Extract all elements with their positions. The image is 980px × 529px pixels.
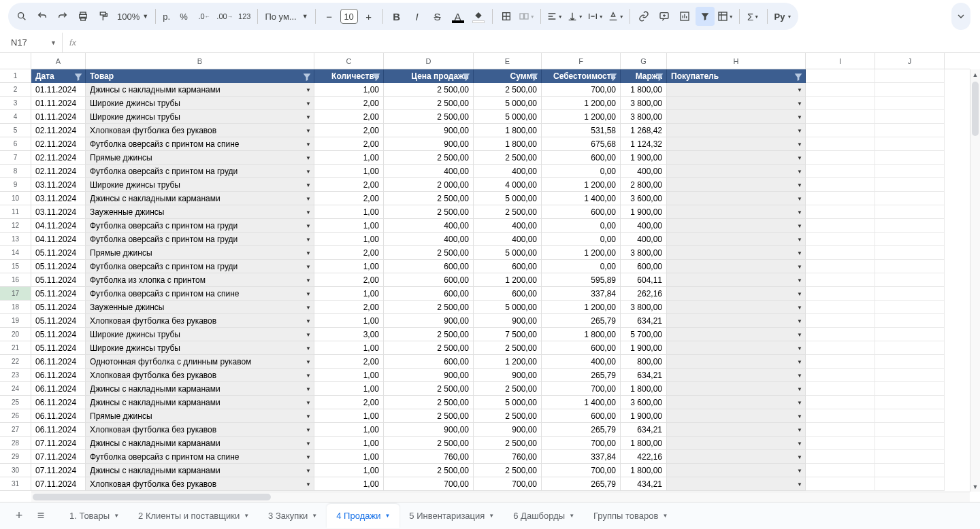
cell[interactable]: 1 800,00 <box>542 328 621 341</box>
font-size-input[interactable] <box>340 9 358 24</box>
row-header-3[interactable]: 3 <box>0 97 31 110</box>
cell[interactable]: 5 000,00 <box>474 97 542 110</box>
percent-button[interactable]: % <box>174 7 193 26</box>
cell[interactable]: 05.11.2024 <box>31 260 86 273</box>
cell[interactable]: 2 500,00 <box>384 409 474 423</box>
cell[interactable]: 600,00 <box>384 287 474 301</box>
cell[interactable]: 700,00 <box>542 83 621 97</box>
cell[interactable]: 700,00 <box>542 464 621 477</box>
cell[interactable]: 07.11.2024 <box>31 477 86 491</box>
cell[interactable]: 265,79 <box>542 477 621 491</box>
cell[interactable]: 1,00 <box>314 450 384 464</box>
cell[interactable]: 3 800,00 <box>621 97 667 110</box>
cell[interactable]: 1,00 <box>314 382 384 396</box>
cell[interactable]: 06.11.2024 <box>31 409 86 423</box>
cell[interactable]: 634,21 <box>621 314 667 328</box>
text-rotation-button[interactable]: ▼ <box>606 7 625 26</box>
header-cell[interactable]: Товар <box>86 69 314 83</box>
cell[interactable]: ▼ <box>667 233 806 246</box>
cell[interactable]: Широкие джинсы трубы▼ <box>86 110 314 124</box>
cell[interactable]: 265,79 <box>542 314 621 328</box>
cell[interactable]: 2,00 <box>314 178 384 192</box>
filter-button[interactable] <box>696 7 715 26</box>
cell[interactable]: 1 800,00 <box>474 124 542 137</box>
cell[interactable]: 400,00 <box>621 233 667 246</box>
cell[interactable]: 262,16 <box>621 287 667 301</box>
row-header-2[interactable]: 2 <box>0 83 31 97</box>
row-header-9[interactable]: 9 <box>0 178 31 192</box>
cell[interactable]: 2 500,00 <box>384 205 474 219</box>
row-header-31[interactable]: 31 <box>0 477 31 491</box>
cell[interactable]: 1,00 <box>314 219 384 233</box>
cell[interactable]: 2 500,00 <box>384 328 474 341</box>
cell[interactable]: 595,89 <box>542 273 621 287</box>
cell[interactable]: 2 800,00 <box>621 178 667 192</box>
cell[interactable]: ▼ <box>667 301 806 314</box>
col-header-C[interactable]: C <box>314 53 384 69</box>
cell[interactable]: 04.11.2024 <box>31 233 86 246</box>
cell[interactable]: 600,00 <box>542 151 621 165</box>
row-header-19[interactable]: 19 <box>0 314 31 328</box>
row-header-6[interactable]: 6 <box>0 137 31 151</box>
cell[interactable]: 400,00 <box>621 219 667 233</box>
cell[interactable]: 02.11.2024 <box>31 137 86 151</box>
cell[interactable]: 700,00 <box>542 437 621 450</box>
cell[interactable]: 5 000,00 <box>474 192 542 205</box>
cell[interactable]: 7 500,00 <box>474 328 542 341</box>
cell[interactable]: 1,00 <box>314 409 384 423</box>
cell[interactable]: 07.11.2024 <box>31 464 86 477</box>
vertical-scrollbar[interactable]: ▲ ▼ <box>970 69 980 492</box>
cell[interactable]: 900,00 <box>384 124 474 137</box>
cell[interactable]: 2 500,00 <box>384 437 474 450</box>
cell[interactable]: 1,00 <box>314 287 384 301</box>
cell[interactable]: Широкие джинсы трубы▼ <box>86 97 314 110</box>
cell[interactable]: 604,11 <box>621 273 667 287</box>
cell[interactable]: 600,00 <box>542 205 621 219</box>
cell[interactable]: Джинсы с накладными карманами▼ <box>86 396 314 409</box>
cell[interactable]: 2 500,00 <box>474 83 542 97</box>
cell[interactable]: 265,79 <box>542 369 621 382</box>
font-dropdown[interactable]: По ум...▼ <box>262 12 310 22</box>
cell[interactable]: 06.11.2024 <box>31 369 86 382</box>
cell[interactable]: Зауженные джинсы▼ <box>86 205 314 219</box>
cell[interactable]: 07.11.2024 <box>31 437 86 450</box>
cell[interactable]: 1,00 <box>314 260 384 273</box>
col-header-E[interactable]: E <box>474 53 542 69</box>
cell[interactable]: ▼ <box>667 137 806 151</box>
cell[interactable]: ▼ <box>667 151 806 165</box>
col-header-F[interactable]: F <box>542 53 621 69</box>
v-align-button[interactable]: ▼ <box>566 7 585 26</box>
cell[interactable]: 700,00 <box>474 477 542 491</box>
cell[interactable]: 600,00 <box>384 273 474 287</box>
cell[interactable]: 5 000,00 <box>474 246 542 260</box>
cell[interactable]: 265,79 <box>542 423 621 437</box>
grid[interactable]: ДатаТоварКоличествоЦена продажиСуммаСебе… <box>31 69 970 492</box>
undo-button[interactable] <box>33 7 52 26</box>
fill-color-button[interactable] <box>469 7 488 26</box>
cell[interactable]: 337,84 <box>542 287 621 301</box>
cell[interactable]: Джинсы с накладными карманами▼ <box>86 464 314 477</box>
cell[interactable]: Хлопковая футболка без рукавов▼ <box>86 124 314 137</box>
row-header-28[interactable]: 28 <box>0 437 31 450</box>
cell[interactable]: 1 800,00 <box>621 382 667 396</box>
zoom-dropdown[interactable]: 100%▼ <box>114 12 151 22</box>
cell[interactable]: 2,00 <box>314 246 384 260</box>
cell[interactable]: 2 500,00 <box>384 464 474 477</box>
cell[interactable]: 634,21 <box>621 423 667 437</box>
cell[interactable]: 0,00 <box>542 219 621 233</box>
row-header-11[interactable]: 11 <box>0 205 31 219</box>
cell[interactable]: 1 800,00 <box>621 437 667 450</box>
cell[interactable]: 760,00 <box>384 450 474 464</box>
cell[interactable]: 600,00 <box>384 260 474 273</box>
cell[interactable]: 337,84 <box>542 450 621 464</box>
cell[interactable]: 600,00 <box>474 287 542 301</box>
cell[interactable]: ▼ <box>667 477 806 491</box>
row-header-23[interactable]: 23 <box>0 369 31 382</box>
cell[interactable]: Джинсы с накладными карманами▼ <box>86 382 314 396</box>
decrease-decimal-button[interactable]: .0← <box>195 7 214 26</box>
cell[interactable]: 422,16 <box>621 450 667 464</box>
cell[interactable]: 0,00 <box>542 165 621 178</box>
cell[interactable]: 900,00 <box>384 314 474 328</box>
cell[interactable]: 2,00 <box>314 396 384 409</box>
cell[interactable]: 05.11.2024 <box>31 246 86 260</box>
